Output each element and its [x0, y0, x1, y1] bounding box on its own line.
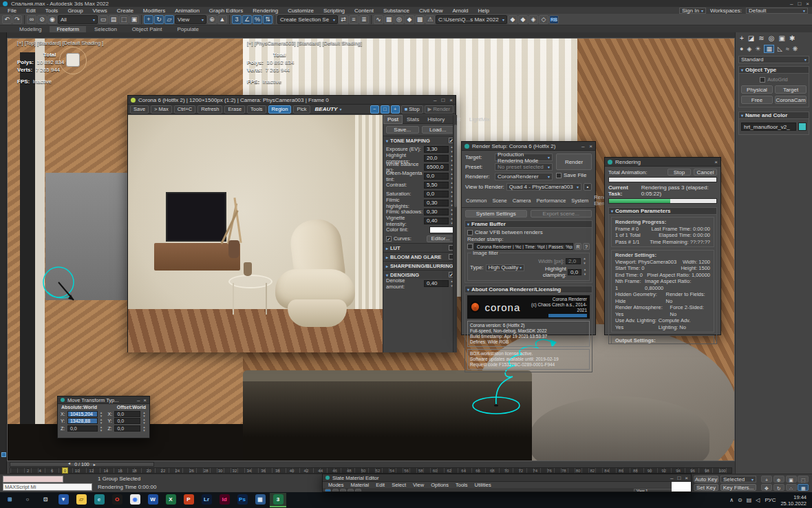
- vfb-section-header[interactable]: ▸ BLOOM AND GLARE: [383, 252, 457, 261]
- ribbon-tab[interactable]: Freeform: [50, 26, 85, 32]
- stamp-help-button[interactable]: ?: [583, 243, 590, 250]
- vfb-image[interactable]: [128, 115, 383, 352]
- toolbar-icon[interactable]: ⊕: [207, 15, 217, 24]
- tray-icon[interactable]: ▤: [747, 497, 752, 503]
- vfb-load-config-button[interactable]: Load...: [422, 126, 455, 134]
- tray-icon[interactable]: ⊙: [738, 497, 742, 503]
- menu-item[interactable]: Create: [112, 8, 138, 14]
- spacewarps-icon[interactable]: ≈: [786, 45, 789, 52]
- sign-in-button[interactable]: Sign In▾: [679, 8, 706, 14]
- rendering-titlebar[interactable]: Rendering ×: [605, 158, 720, 167]
- taskbar-app-icon[interactable]: Id: [216, 493, 233, 507]
- named-selection-set-field[interactable]: Create Selection Se▾: [277, 15, 338, 24]
- ref-coordsys-dropdown[interactable]: View▾: [175, 15, 206, 24]
- vfb-tab[interactable]: LightMix: [465, 115, 494, 124]
- menu-item[interactable]: Content: [350, 8, 378, 14]
- sme-menu-item[interactable]: Select: [388, 482, 409, 488]
- render-buffer-icon[interactable]: RB: [549, 15, 559, 24]
- taskbar-app-icon[interactable]: ○: [19, 493, 36, 507]
- toolbar-icon[interactable]: ▲: [217, 15, 227, 24]
- menu-item[interactable]: Arnold: [447, 8, 473, 14]
- set-key-button[interactable]: Set Key: [694, 484, 718, 491]
- editor-icon[interactable]: ◆: [405, 15, 414, 24]
- offset-value-field[interactable]: 0,0: [114, 411, 140, 417]
- system-settings-button[interactable]: System Settings: [465, 210, 527, 218]
- geometry-icon[interactable]: ●: [740, 45, 743, 52]
- value-field[interactable]: 0,30: [424, 209, 449, 215]
- zoom-region-icon[interactable]: ⬚: [798, 476, 809, 483]
- camera-viewport-label[interactable]: [+] [PhysCamera003] [Standard] [Default …: [247, 40, 362, 46]
- lights-icon[interactable]: ☀: [755, 45, 760, 52]
- camera-create-button[interactable]: Physical: [741, 85, 773, 94]
- camera-create-button[interactable]: Free: [741, 96, 773, 104]
- autogrid-checkbox[interactable]: [760, 77, 765, 83]
- save-file-checkbox[interactable]: [556, 173, 562, 178]
- move-transform-dialog[interactable]: Move Transform Typ... – × Absolute:World…: [57, 396, 150, 438]
- menu-item[interactable]: Group: [63, 8, 87, 14]
- time-slider[interactable]: ▸ 0 / 100 ▸: [10, 462, 154, 467]
- sme-menu-item[interactable]: Options: [427, 482, 452, 488]
- cameras-icon[interactable]: ▦: [764, 45, 774, 53]
- vfb-tab[interactable]: History: [423, 115, 449, 124]
- menu-item[interactable]: Edit: [21, 8, 41, 14]
- snap-icon[interactable]: %: [253, 15, 262, 24]
- sme-menu-item[interactable]: View: [409, 482, 427, 488]
- render-stamp-field[interactable]: Corona Renderer | %c | Time: %pt | Passe…: [474, 243, 573, 250]
- transform-icon[interactable]: ▱: [164, 15, 174, 24]
- vfb-tab[interactable]: Stats: [403, 115, 423, 124]
- object-type-rollout[interactable]: ▾ Object Type: [738, 66, 809, 74]
- vfb-toolbar-button[interactable]: > Max: [151, 105, 172, 114]
- render-setup-tab[interactable]: Scene: [489, 197, 509, 204]
- toolbar-icon[interactable]: ◉: [47, 15, 57, 24]
- minimize-icon[interactable]: –: [434, 97, 436, 103]
- frame-back-icon[interactable]: ▸: [68, 462, 70, 467]
- value-field[interactable]: 20,0: [424, 155, 449, 162]
- taskbar-app-icon[interactable]: Lr: [198, 493, 215, 507]
- render-icon[interactable]: ◆: [508, 15, 517, 24]
- zoom-in-icon[interactable]: +: [391, 105, 400, 114]
- toolbar-icon[interactable]: ▣: [129, 15, 139, 24]
- frame-forward-icon[interactable]: ▸: [94, 462, 96, 467]
- maximize-icon[interactable]: □: [677, 475, 681, 481]
- sme-move-icon[interactable]: [332, 489, 339, 493]
- language-indicator[interactable]: РУС: [765, 497, 776, 503]
- render-icon[interactable]: ◈: [528, 15, 538, 24]
- menu-item[interactable]: Tools: [41, 8, 63, 14]
- color-tint-swatch[interactable]: [429, 226, 454, 233]
- minimize-icon[interactable]: –: [670, 475, 673, 481]
- vfb-toolbar-button[interactable]: Save: [130, 105, 149, 114]
- close-icon[interactable]: ×: [143, 397, 147, 403]
- taskbar-app-icon[interactable]: ◉: [127, 493, 143, 507]
- camera-create-button[interactable]: Target: [775, 85, 806, 94]
- value-field[interactable]: 0,30: [424, 200, 449, 207]
- sme-menu-item[interactable]: Utilities: [471, 482, 495, 488]
- top-viewport-label[interactable]: [+] [Top] [Standard] [Default Shading ]: [17, 40, 103, 46]
- close-icon[interactable]: ×: [449, 97, 453, 103]
- toolbar-icon[interactable]: ⇄: [339, 15, 348, 24]
- value-field[interactable]: 0,0: [424, 173, 449, 180]
- maximize-icon[interactable]: □: [798, 1, 801, 7]
- walk-icon[interactable]: ∴: [786, 484, 797, 491]
- render-setup-tab[interactable]: Camera: [510, 197, 534, 204]
- absolute-value-field[interactable]: 10415,204: [67, 411, 98, 417]
- cancel-button[interactable]: Cancel: [694, 169, 717, 176]
- absolute-value-field[interactable]: 13428,88: [67, 418, 98, 424]
- editor-icon[interactable]: ◎: [394, 15, 404, 24]
- taskbar-app-icon[interactable]: P: [180, 493, 197, 507]
- sme-select-icon[interactable]: [325, 489, 331, 493]
- vfb-tab[interactable]: Post: [383, 115, 403, 124]
- maxscript-listener[interactable]: MAXScript Mi: [3, 483, 92, 491]
- taskbar-app-icon[interactable]: ⊡: [37, 493, 54, 507]
- menu-item[interactable]: Civil View: [414, 8, 448, 14]
- highlight-clamp-field[interactable]: 0,0: [568, 269, 581, 275]
- menu-item[interactable]: Customize: [283, 8, 319, 14]
- sme-menu-item[interactable]: Modes: [325, 482, 348, 488]
- vfb-toolbar-button[interactable]: Region: [268, 105, 292, 114]
- sme-titlebar[interactable]: Slate Material Editor – □ ×: [323, 474, 691, 482]
- selected-dropdown[interactable]: Selected▾: [720, 476, 756, 483]
- corona-vfb-window[interactable]: Corona 6 (Hotfix 2) | 1200×1500px (1:2) …: [127, 95, 456, 352]
- taskbar-app-icon[interactable]: Ps: [234, 493, 250, 507]
- track-bar[interactable]: 2468101214161820222426283032343638404244…: [10, 467, 732, 474]
- tone-mapping-section[interactable]: ▾ TONE MAPPING ✓: [383, 136, 457, 145]
- editor-icon[interactable]: ∿: [374, 15, 383, 24]
